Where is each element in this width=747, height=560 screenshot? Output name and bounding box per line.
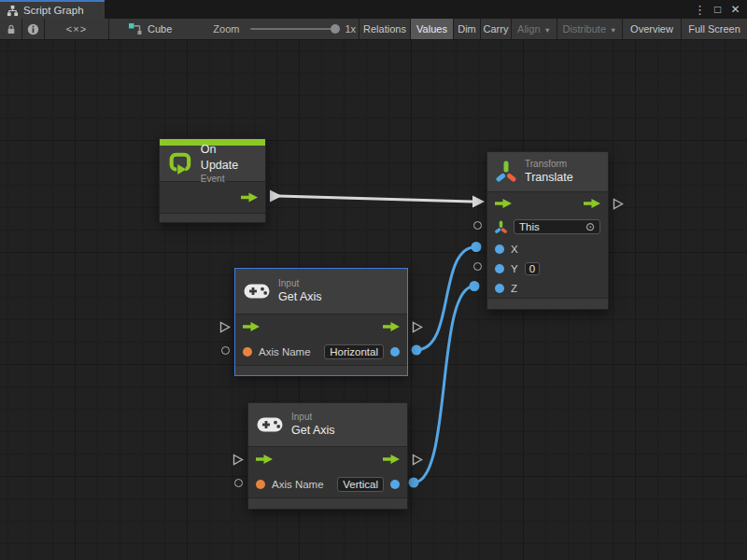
- dim-button[interactable]: Dim: [454, 19, 481, 39]
- result-port-icon[interactable]: [390, 347, 400, 357]
- node-titles: On Update Event: [201, 142, 257, 185]
- flow-row: [248, 447, 407, 471]
- flow-in-port-icon[interactable]: [219, 320, 231, 337]
- object-picker-icon[interactable]: ⊙: [585, 221, 595, 232]
- node-subtitle: Input: [291, 411, 335, 423]
- target-row: This ⊙: [487, 215, 608, 239]
- value-port-connected-icon[interactable]: [409, 478, 419, 488]
- value-port-connected-icon[interactable]: [412, 345, 422, 356]
- y-value-port-icon[interactable]: [495, 264, 504, 273]
- node-body: Axis Name Vertical: [248, 446, 407, 497]
- axis-name-value-port-icon[interactable]: [234, 479, 243, 487]
- result-port-icon[interactable]: [390, 480, 400, 489]
- close-icon[interactable]: ✕: [727, 1, 743, 18]
- value-port-connected-icon[interactable]: [470, 281, 480, 291]
- node-footer: [235, 365, 407, 375]
- x-value-port-icon[interactable]: [495, 245, 504, 254]
- distribute-dropdown-button[interactable]: Distribute ▼: [557, 19, 623, 39]
- code-toggle-icon: <×>: [66, 23, 87, 35]
- toolbar: <×> Cube Zoom 1x Relations Values Dim Ca…: [0, 19, 747, 40]
- z-value-port-icon[interactable]: [495, 284, 504, 293]
- node-header: Input Get Axis: [248, 403, 407, 446]
- tab-title: Script Graph: [23, 5, 84, 16]
- node-get-axis-horizontal[interactable]: Input Get Axis Axis Name Horizontal: [234, 268, 408, 376]
- flow-in-arrow-icon[interactable]: [495, 199, 512, 209]
- this-object-field[interactable]: This ⊙: [514, 219, 600, 234]
- flow-in-arrow-icon[interactable]: [243, 322, 260, 332]
- node-title: Get Axis: [278, 289, 322, 304]
- info-button[interactable]: [22, 19, 45, 39]
- axis-name-field[interactable]: Vertical: [337, 477, 384, 492]
- node-title: Translate: [525, 170, 573, 185]
- x-port-label: X: [511, 244, 518, 255]
- axis-name-port-icon[interactable]: [256, 480, 265, 489]
- flow-out-port-icon[interactable]: [412, 453, 423, 469]
- node-on-update[interactable]: On Update Event: [159, 138, 266, 223]
- flow-out-arrow-icon[interactable]: [383, 455, 400, 465]
- dim-label: Dim: [458, 23, 476, 35]
- lock-button[interactable]: [0, 19, 22, 39]
- transform-mini-icon: [495, 220, 507, 234]
- zoom-slider[interactable]: [250, 28, 336, 30]
- tab-bar: Script Graph ⋮ □ ✕: [0, 0, 747, 19]
- node-translate[interactable]: Transform Translate Thi: [486, 151, 609, 310]
- node-header: Input Get Axis: [235, 269, 407, 314]
- value-preview-toggle-button[interactable]: <×>: [45, 19, 109, 39]
- flow-out-row: [160, 182, 265, 213]
- dropdown-arrow-icon: ▼: [610, 25, 616, 34]
- axis-name-port-icon[interactable]: [243, 347, 252, 357]
- this-field-value: This: [519, 221, 540, 232]
- relations-button[interactable]: Relations: [359, 19, 411, 39]
- value-port-connected-icon[interactable]: [472, 242, 482, 252]
- maximize-icon[interactable]: □: [710, 1, 726, 18]
- flow-row: [235, 315, 407, 339]
- values-label: Values: [416, 23, 447, 35]
- this-value-port-icon[interactable]: [473, 221, 482, 230]
- z-port-label: Z: [511, 283, 517, 294]
- y-port-label: Y: [511, 263, 518, 274]
- zoom-slider-knob[interactable]: [331, 24, 340, 34]
- overview-button[interactable]: Overview: [623, 19, 682, 39]
- graph-canvas[interactable]: On Update Event Tran: [0, 40, 747, 560]
- flow-out-port-icon[interactable]: [613, 197, 624, 214]
- flow-row: [487, 192, 608, 215]
- node-title: On Update: [201, 142, 257, 173]
- full-screen-button[interactable]: Full Screen: [682, 19, 747, 39]
- node-footer: [248, 497, 407, 509]
- overview-label: Overview: [630, 23, 673, 35]
- on-update-loop-icon: [168, 151, 192, 175]
- tab-script-graph[interactable]: Script Graph: [0, 0, 105, 19]
- y-value-port-icon[interactable]: [473, 262, 482, 271]
- values-button[interactable]: Values: [411, 19, 454, 39]
- flow-in-port-icon[interactable]: [233, 453, 244, 469]
- gamepad-icon: [257, 416, 283, 433]
- node-get-axis-vertical[interactable]: Input Get Axis Axis Name Vertical: [247, 402, 408, 510]
- node-body: This ⊙ X Y 0 Z: [487, 191, 608, 298]
- flow-out-arrow-icon[interactable]: [584, 199, 600, 209]
- axis-name-row: Axis Name Horizontal: [235, 339, 407, 365]
- axis-name-field[interactable]: Horizontal: [324, 344, 384, 359]
- info-icon: [27, 23, 39, 35]
- axis-name-value-port-icon[interactable]: [221, 346, 230, 355]
- relations-label: Relations: [363, 23, 406, 35]
- flow-out-arrow-icon[interactable]: [383, 322, 400, 332]
- axis-name-row: Axis Name Vertical: [248, 471, 407, 497]
- flow-out-arrow-icon[interactable]: [241, 192, 258, 203]
- z-input-row: Z: [487, 278, 608, 298]
- wire-onupdate-to-translate[interactable]: [278, 196, 472, 202]
- y-value-field[interactable]: 0: [525, 262, 540, 275]
- flow-out-port-connected-icon[interactable]: [270, 190, 282, 203]
- wire-getaxis-horizontal-to-x[interactable]: [416, 247, 476, 351]
- node-title: Get Axis: [291, 423, 335, 438]
- flow-in-arrow-icon[interactable]: [256, 455, 273, 465]
- x-input-row: X: [487, 239, 608, 259]
- zoom-value: 1x: [345, 23, 356, 35]
- align-label: Align: [517, 23, 540, 35]
- node-titles: Input Get Axis: [291, 411, 335, 438]
- distribute-label: Distribute: [563, 23, 606, 35]
- window-menu-icon[interactable]: ⋮: [692, 1, 708, 18]
- align-dropdown-button[interactable]: Align ▼: [512, 19, 557, 39]
- carry-button[interactable]: Carry: [481, 19, 512, 39]
- flow-out-port-icon[interactable]: [412, 320, 423, 337]
- full-screen-label: Full Screen: [688, 23, 740, 35]
